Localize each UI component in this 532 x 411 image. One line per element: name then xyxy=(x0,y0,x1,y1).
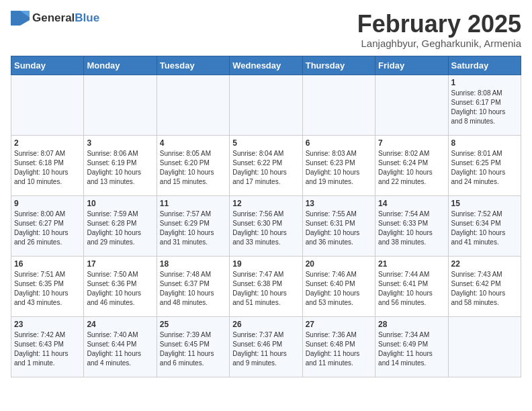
day-number: 6 xyxy=(306,138,372,148)
col-header-saturday: Saturday xyxy=(448,56,521,75)
day-cell: 11Sunrise: 7:57 AM Sunset: 6:29 PM Dayli… xyxy=(157,195,229,256)
day-number: 1 xyxy=(451,78,518,87)
day-number: 4 xyxy=(160,138,226,148)
day-cell: 6Sunrise: 8:03 AM Sunset: 6:23 PM Daylig… xyxy=(302,135,375,195)
day-number: 14 xyxy=(378,199,445,208)
day-cell: 8Sunrise: 8:01 AM Sunset: 6:25 PM Daylig… xyxy=(448,135,521,195)
day-cell xyxy=(84,75,157,135)
day-cell xyxy=(230,75,302,135)
day-cell: 9Sunrise: 8:00 AM Sunset: 6:27 PM Daylig… xyxy=(11,195,84,256)
day-info: Sunrise: 7:42 AM Sunset: 6:43 PM Dayligh… xyxy=(14,330,81,368)
week-row-1: 1Sunrise: 8:08 AM Sunset: 6:17 PM Daylig… xyxy=(11,75,521,135)
day-cell: 4Sunrise: 8:05 AM Sunset: 6:20 PM Daylig… xyxy=(157,135,229,195)
day-info: Sunrise: 7:56 AM Sunset: 6:30 PM Dayligh… xyxy=(232,210,299,247)
day-info: Sunrise: 7:51 AM Sunset: 6:35 PM Dayligh… xyxy=(14,270,81,308)
day-number: 19 xyxy=(232,259,299,269)
day-info: Sunrise: 7:57 AM Sunset: 6:29 PM Dayligh… xyxy=(160,210,226,247)
day-number: 16 xyxy=(14,259,81,269)
day-number: 25 xyxy=(160,320,226,329)
day-number: 3 xyxy=(87,138,153,148)
day-cell: 28Sunrise: 7:34 AM Sunset: 6:49 PM Dayli… xyxy=(375,316,448,377)
day-cell: 10Sunrise: 7:59 AM Sunset: 6:28 PM Dayli… xyxy=(84,195,157,256)
day-info: Sunrise: 7:44 AM Sunset: 6:41 PM Dayligh… xyxy=(378,270,445,308)
day-info: Sunrise: 8:05 AM Sunset: 6:20 PM Dayligh… xyxy=(160,149,226,187)
header-row: SundayMondayTuesdayWednesdayThursdayFrid… xyxy=(11,56,521,75)
day-cell: 25Sunrise: 7:39 AM Sunset: 6:45 PM Dayli… xyxy=(157,316,229,377)
day-number: 5 xyxy=(232,138,299,148)
day-cell: 15Sunrise: 7:52 AM Sunset: 6:34 PM Dayli… xyxy=(448,195,521,256)
day-cell: 1Sunrise: 8:08 AM Sunset: 6:17 PM Daylig… xyxy=(448,75,521,135)
day-cell xyxy=(11,75,84,135)
logo: GeneralBlue xyxy=(11,11,99,26)
logo-general-text: GeneralBlue xyxy=(32,11,99,25)
day-cell: 18Sunrise: 7:48 AM Sunset: 6:37 PM Dayli… xyxy=(157,256,229,316)
calendar-table: SundayMondayTuesdayWednesdayThursdayFrid… xyxy=(11,56,521,377)
col-header-sunday: Sunday xyxy=(11,56,84,75)
day-cell: 24Sunrise: 7:40 AM Sunset: 6:44 PM Dayli… xyxy=(84,316,157,377)
day-number: 10 xyxy=(87,199,153,208)
day-info: Sunrise: 7:46 AM Sunset: 6:40 PM Dayligh… xyxy=(306,270,372,308)
day-info: Sunrise: 7:47 AM Sunset: 6:38 PM Dayligh… xyxy=(232,270,299,308)
day-number: 23 xyxy=(14,320,81,329)
day-cell: 21Sunrise: 7:44 AM Sunset: 6:41 PM Dayli… xyxy=(375,256,448,316)
day-cell: 17Sunrise: 7:50 AM Sunset: 6:36 PM Dayli… xyxy=(84,256,157,316)
week-row-4: 16Sunrise: 7:51 AM Sunset: 6:35 PM Dayli… xyxy=(11,256,521,316)
day-number: 13 xyxy=(306,199,372,208)
calendar-title: February 2025 xyxy=(357,11,521,38)
day-info: Sunrise: 7:52 AM Sunset: 6:34 PM Dayligh… xyxy=(451,210,518,247)
col-header-thursday: Thursday xyxy=(302,56,375,75)
day-number: 15 xyxy=(451,199,518,208)
day-number: 12 xyxy=(232,199,299,208)
col-header-tuesday: Tuesday xyxy=(157,56,229,75)
week-row-2: 2Sunrise: 8:07 AM Sunset: 6:18 PM Daylig… xyxy=(11,135,521,195)
day-info: Sunrise: 7:43 AM Sunset: 6:42 PM Dayligh… xyxy=(451,270,518,308)
day-number: 18 xyxy=(160,259,226,269)
day-cell: 27Sunrise: 7:36 AM Sunset: 6:48 PM Dayli… xyxy=(302,316,375,377)
day-info: Sunrise: 8:06 AM Sunset: 6:19 PM Dayligh… xyxy=(87,149,153,187)
day-cell: 13Sunrise: 7:55 AM Sunset: 6:31 PM Dayli… xyxy=(302,195,375,256)
day-info: Sunrise: 7:34 AM Sunset: 6:49 PM Dayligh… xyxy=(378,330,445,368)
day-cell: 16Sunrise: 7:51 AM Sunset: 6:35 PM Dayli… xyxy=(11,256,84,316)
day-number: 17 xyxy=(87,259,153,269)
day-number: 8 xyxy=(451,138,518,148)
day-cell xyxy=(302,75,375,135)
day-cell: 26Sunrise: 7:37 AM Sunset: 6:46 PM Dayli… xyxy=(230,316,302,377)
day-number: 7 xyxy=(378,138,445,148)
day-cell: 22Sunrise: 7:43 AM Sunset: 6:42 PM Dayli… xyxy=(448,256,521,316)
day-number: 9 xyxy=(14,199,81,208)
day-number: 27 xyxy=(306,320,372,329)
day-number: 24 xyxy=(87,320,153,329)
col-header-monday: Monday xyxy=(84,56,157,75)
day-info: Sunrise: 7:36 AM Sunset: 6:48 PM Dayligh… xyxy=(306,330,372,368)
day-number: 26 xyxy=(232,320,299,329)
day-cell: 2Sunrise: 8:07 AM Sunset: 6:18 PM Daylig… xyxy=(11,135,84,195)
day-info: Sunrise: 7:55 AM Sunset: 6:31 PM Dayligh… xyxy=(306,210,372,247)
day-number: 28 xyxy=(378,320,445,329)
day-info: Sunrise: 8:08 AM Sunset: 6:17 PM Dayligh… xyxy=(451,89,518,126)
day-cell xyxy=(448,316,521,377)
svg-rect-0 xyxy=(11,11,20,26)
title-area: February 2025 Lanjaghbyur, Gegharkunik, … xyxy=(357,11,521,49)
col-header-friday: Friday xyxy=(375,56,448,75)
day-cell: 3Sunrise: 8:06 AM Sunset: 6:19 PM Daylig… xyxy=(84,135,157,195)
header: GeneralBlue February 2025 Lanjaghbyur, G… xyxy=(11,11,521,49)
day-number: 21 xyxy=(378,259,445,269)
day-info: Sunrise: 8:03 AM Sunset: 6:23 PM Dayligh… xyxy=(306,149,372,187)
day-cell: 20Sunrise: 7:46 AM Sunset: 6:40 PM Dayli… xyxy=(302,256,375,316)
week-row-3: 9Sunrise: 8:00 AM Sunset: 6:27 PM Daylig… xyxy=(11,195,521,256)
day-info: Sunrise: 8:07 AM Sunset: 6:18 PM Dayligh… xyxy=(14,149,81,187)
day-cell: 19Sunrise: 7:47 AM Sunset: 6:38 PM Dayli… xyxy=(230,256,302,316)
day-number: 2 xyxy=(14,138,81,148)
day-cell: 12Sunrise: 7:56 AM Sunset: 6:30 PM Dayli… xyxy=(230,195,302,256)
day-number: 22 xyxy=(451,259,518,269)
day-info: Sunrise: 7:37 AM Sunset: 6:46 PM Dayligh… xyxy=(232,330,299,368)
day-cell xyxy=(157,75,229,135)
day-cell: 14Sunrise: 7:54 AM Sunset: 6:33 PM Dayli… xyxy=(375,195,448,256)
col-header-wednesday: Wednesday xyxy=(230,56,302,75)
day-info: Sunrise: 7:50 AM Sunset: 6:36 PM Dayligh… xyxy=(87,270,153,308)
day-cell xyxy=(375,75,448,135)
day-info: Sunrise: 7:59 AM Sunset: 6:28 PM Dayligh… xyxy=(87,210,153,247)
day-cell: 5Sunrise: 8:04 AM Sunset: 6:22 PM Daylig… xyxy=(230,135,302,195)
logo-icon xyxy=(11,11,30,26)
day-number: 20 xyxy=(306,259,372,269)
